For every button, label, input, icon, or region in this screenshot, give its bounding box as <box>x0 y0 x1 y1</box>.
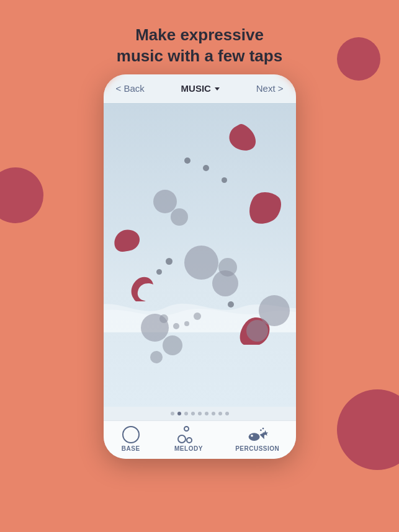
page-dot-1 <box>177 412 181 415</box>
base-icon <box>120 426 142 443</box>
tab-percussion-label: PERCUSSION <box>235 445 279 452</box>
nav-title[interactable]: MUSIC <box>181 83 220 94</box>
phone-frame: < Back MUSIC Next > <box>104 74 296 459</box>
dot-5 <box>156 269 162 275</box>
content-area <box>104 103 296 407</box>
melody-bubble-1 <box>177 435 186 443</box>
back-button[interactable]: < Back <box>116 83 145 94</box>
svg-point-0 <box>248 433 259 441</box>
tab-base[interactable]: BASE <box>120 426 142 452</box>
page-dot-5 <box>205 412 208 415</box>
star-shape <box>225 122 259 153</box>
small-bubble-3 <box>184 321 189 326</box>
tab-base-label: BASE <box>122 445 140 452</box>
bg-blob-top-right <box>337 37 380 81</box>
tab-percussion[interactable]: PERCUSSION <box>235 426 279 452</box>
svg-point-5 <box>262 428 264 430</box>
percussion-icon <box>246 426 269 443</box>
page-dot-7 <box>218 412 222 415</box>
crescent-shape <box>128 273 159 301</box>
small-bubble-2 <box>173 323 179 329</box>
next-button[interactable]: Next > <box>256 83 284 94</box>
dot-3 <box>184 157 191 164</box>
triangle-shape <box>246 190 284 224</box>
dot-6 <box>228 301 234 308</box>
tab-melody[interactable]: MELODY <box>174 426 203 452</box>
nav-bar: < Back MUSIC Next > <box>104 74 296 103</box>
small-bubble-4 <box>194 313 201 320</box>
base-circle-icon <box>122 426 140 443</box>
tab-melody-label: MELODY <box>174 445 203 452</box>
percussion-svg-icon <box>246 426 269 443</box>
bg-blob-bottom-right <box>337 389 399 470</box>
petal-shape <box>113 227 141 252</box>
svg-point-2 <box>251 435 253 437</box>
melody-bubbles-icon <box>177 426 200 443</box>
melody-bubble-2 <box>186 437 192 443</box>
page-dot-8 <box>225 412 229 415</box>
melody-icon <box>177 426 200 443</box>
page-indicators <box>104 407 296 420</box>
bg-blob-left-mid <box>0 167 43 223</box>
page-dot-4 <box>198 412 202 415</box>
tab-bar: BASE MELODY <box>104 420 296 459</box>
svg-marker-1 <box>259 432 264 439</box>
page-dot-3 <box>191 412 195 415</box>
page-dot-6 <box>212 412 215 415</box>
page-dot-2 <box>184 412 188 415</box>
dot-4 <box>166 258 173 265</box>
dot-1 <box>203 165 209 171</box>
dot-2 <box>222 177 227 183</box>
svg-point-4 <box>260 429 262 431</box>
small-bubble-1 <box>159 314 168 323</box>
chevron-down-icon <box>215 87 220 91</box>
page-dot-0 <box>171 412 174 415</box>
melody-bubble-3 <box>184 426 189 432</box>
